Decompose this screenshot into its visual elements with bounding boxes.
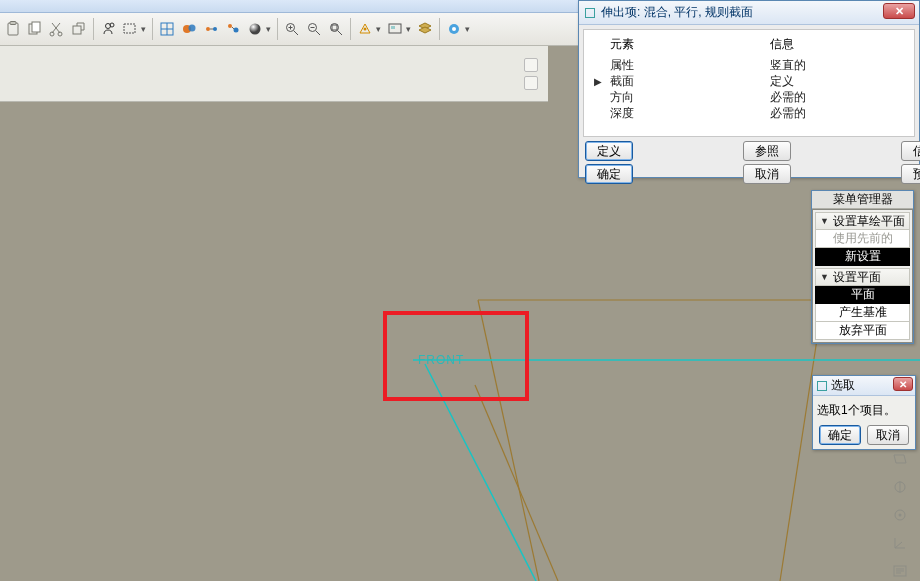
datum-csys-icon[interactable] — [891, 534, 909, 552]
column-info: 信息 — [770, 36, 890, 53]
select-dropdown-icon[interactable]: ▾ — [139, 19, 147, 39]
svg-rect-6 — [73, 26, 81, 34]
preview-button[interactable]: 预览 — [901, 164, 920, 184]
svg-point-14 — [213, 27, 217, 31]
ok-button[interactable]: 确定 — [585, 164, 633, 184]
select-dialog-titlebar[interactable]: 选取 ✕ — [813, 376, 915, 396]
cell-info: 必需的 — [770, 89, 890, 105]
info-button[interactable]: 信息 — [901, 141, 920, 161]
saved-views-icon[interactable] — [385, 19, 405, 39]
zoom-fit-icon[interactable] — [326, 19, 346, 39]
main-toolbar: ▾ ▾ ▾ ▾ ▾ — [0, 13, 584, 46]
secondary-toolbar-right — [514, 46, 548, 102]
dialog-titlebar[interactable]: 伸出项: 混合, 平行, 规则截面 ✕ — [579, 1, 919, 25]
find-icon[interactable] — [98, 19, 118, 39]
menu-item-quit-plane[interactable]: 放弃平面 — [815, 322, 910, 340]
close-icon[interactable]: ✕ — [883, 3, 915, 19]
appearance-dropdown-icon[interactable]: ▾ — [264, 19, 272, 39]
menu-item-new-setup[interactable]: 新设置 — [815, 248, 910, 266]
section-set-plane[interactable]: ▼设置平面 — [815, 268, 910, 286]
view-shade-icon[interactable] — [179, 19, 199, 39]
toolbar-separator — [152, 18, 153, 40]
reference-button[interactable]: 参照 — [743, 141, 791, 161]
annotations-icon[interactable] — [891, 562, 909, 580]
dialog-body: 元素 信息 属性 竖直的 ▶ 截面 定义 方向 必需的 深度 必需的 — [583, 29, 915, 137]
saved-views-dropdown-icon[interactable]: ▾ — [404, 19, 412, 39]
table-row[interactable]: ▶ 截面 定义 — [586, 73, 912, 89]
svg-point-15 — [228, 24, 232, 28]
svg-rect-9 — [124, 24, 135, 33]
cut-icon[interactable] — [47, 19, 67, 39]
orient-dropdown-icon[interactable]: ▾ — [374, 19, 382, 39]
select-dialog: 选取 ✕ 选取1个项目。 确定 取消 — [812, 375, 916, 450]
appearance-icon[interactable] — [245, 19, 265, 39]
svg-point-22 — [364, 28, 367, 31]
section-set-sketch-plane[interactable]: ▼设置草绘平面 — [815, 212, 910, 230]
table-row[interactable]: 深度 必需的 — [586, 105, 912, 121]
cancel-button[interactable]: 取消 — [743, 164, 791, 184]
highlight-box — [383, 311, 529, 401]
datum-axis-icon[interactable] — [891, 478, 909, 496]
svg-point-12 — [189, 25, 196, 32]
cell-element: 方向 — [610, 89, 770, 105]
select-rect-icon[interactable] — [120, 19, 140, 39]
menu-manager-title[interactable]: 菜单管理器 — [812, 191, 913, 209]
svg-point-36 — [899, 514, 902, 517]
dialog-title-text: 伸出项: 混合, 平行, 规则截面 — [601, 4, 753, 21]
svg-point-17 — [250, 24, 261, 35]
svg-rect-24 — [391, 26, 395, 29]
mini-icon-a[interactable] — [524, 58, 538, 72]
paste-icon[interactable] — [3, 19, 23, 39]
menu-item-use-previous[interactable]: 使用先前的 — [815, 230, 910, 248]
section-header-label: 设置平面 — [833, 269, 881, 286]
svg-line-33 — [475, 385, 558, 581]
dialog-icon — [585, 8, 595, 18]
datum-plane-icon[interactable] — [891, 450, 909, 468]
cell-element: 属性 — [610, 57, 770, 73]
define-button[interactable]: 定义 — [585, 141, 633, 161]
copy-icon[interactable] — [25, 19, 45, 39]
menu-item-make-datum[interactable]: 产生基准 — [815, 304, 910, 322]
toolbar-separator — [93, 18, 94, 40]
svg-rect-1 — [10, 22, 16, 25]
menu-item-plane[interactable]: 平面 — [815, 286, 910, 304]
menu-manager-panel: 菜单管理器 ▼设置草绘平面 使用先前的 新设置 ▼设置平面 平面 产生基准 放弃… — [811, 190, 914, 344]
orient-icon[interactable] — [355, 19, 375, 39]
cell-element: 深度 — [610, 105, 770, 121]
zoom-out-icon[interactable] — [304, 19, 324, 39]
svg-point-26 — [452, 27, 456, 31]
copy-props-icon[interactable] — [69, 19, 89, 39]
zoom-in-icon[interactable] — [282, 19, 302, 39]
datum-toggle-icon[interactable] — [444, 19, 464, 39]
toolbar-separator — [350, 18, 351, 40]
view-hidden-icon[interactable] — [223, 19, 243, 39]
chevron-down-icon: ▼ — [820, 216, 829, 226]
toolbar-separator — [277, 18, 278, 40]
mini-icon-b[interactable] — [524, 76, 538, 90]
cell-element: 截面 — [610, 73, 770, 89]
svg-point-13 — [206, 27, 210, 31]
table-row[interactable]: 方向 必需的 — [586, 89, 912, 105]
table-row[interactable]: 属性 竖直的 — [586, 57, 912, 73]
view-wire-icon[interactable] — [201, 19, 221, 39]
svg-rect-3 — [32, 22, 40, 32]
chevron-down-icon: ▼ — [820, 272, 829, 282]
select-dialog-title: 选取 — [831, 377, 855, 394]
section-header-label: 设置草绘平面 — [833, 213, 905, 230]
extrude-options-dialog: 伸出项: 混合, 平行, 规则截面 ✕ 元素 信息 属性 竖直的 ▶ 截面 定义… — [578, 0, 920, 178]
layers-icon[interactable] — [415, 19, 435, 39]
select-cancel-button[interactable]: 取消 — [867, 425, 909, 445]
dialog-icon — [817, 381, 827, 391]
cell-info: 竖直的 — [770, 57, 890, 73]
datum-point-icon[interactable] — [891, 506, 909, 524]
datum-dropdown-icon[interactable]: ▾ — [463, 19, 471, 39]
view-repaint-icon[interactable] — [157, 19, 177, 39]
right-icon-strip — [889, 450, 911, 580]
column-element: 元素 — [610, 36, 770, 53]
window-titlebar-fragment — [0, 0, 584, 13]
secondary-toolbar-area — [0, 46, 548, 102]
select-ok-button[interactable]: 确定 — [819, 425, 861, 445]
cell-info: 定义 — [770, 73, 890, 89]
close-icon[interactable]: ✕ — [893, 377, 913, 391]
current-row-indicator-icon: ▶ — [594, 74, 602, 90]
